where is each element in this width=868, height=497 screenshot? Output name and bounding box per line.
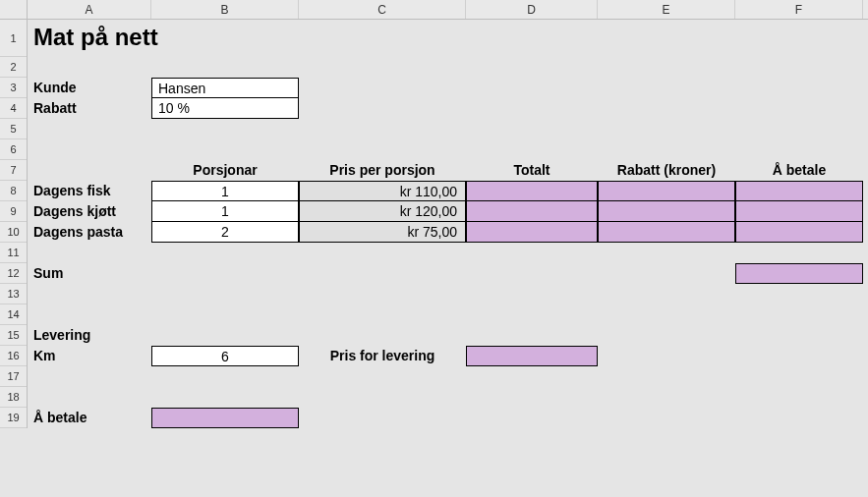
to-pay-value[interactable] <box>151 408 299 428</box>
header-portions[interactable]: Porsjonar <box>151 160 299 181</box>
row-header-15[interactable]: 15 <box>0 325 27 346</box>
customer-label[interactable]: Kunde <box>28 78 151 98</box>
item-0-portions[interactable]: 1 <box>151 181 299 201</box>
item-0-discount[interactable] <box>598 181 735 201</box>
item-2-total[interactable] <box>466 222 598 243</box>
col-header-a[interactable]: A <box>28 0 151 19</box>
item-1-name[interactable]: Dagens kjøtt <box>28 201 151 222</box>
row-header-2[interactable]: 2 <box>0 57 27 78</box>
row-header-14[interactable]: 14 <box>0 304 27 325</box>
header-price-per[interactable]: Pris per porsjon <box>299 160 466 181</box>
row-header-19[interactable]: 19 <box>0 408 27 428</box>
row-header-13[interactable]: 13 <box>0 284 27 304</box>
col-header-e[interactable]: E <box>598 0 735 19</box>
customer-value[interactable]: Hansen <box>151 78 299 98</box>
col-header-d[interactable]: D <box>466 0 598 19</box>
col-header-b[interactable]: B <box>151 0 299 19</box>
item-1-total[interactable] <box>466 201 598 222</box>
row-headers: 1 2 3 4 5 6 7 8 9 10 11 12 13 14 15 16 1… <box>0 20 28 428</box>
km-label[interactable]: Km <box>28 346 151 366</box>
to-pay-label[interactable]: Å betale <box>28 408 151 428</box>
item-1-discount[interactable] <box>598 201 735 222</box>
row-header-16[interactable]: 16 <box>0 346 27 366</box>
discount-value[interactable]: 10 % <box>151 98 299 119</box>
sum-value[interactable] <box>735 263 863 284</box>
row-header-6[interactable]: 6 <box>0 139 27 160</box>
row-header-12[interactable]: 12 <box>0 263 27 284</box>
item-0-price[interactable]: kr 110,00 <box>299 181 466 201</box>
row-header-17[interactable]: 17 <box>0 366 27 387</box>
item-0-total[interactable] <box>466 181 598 201</box>
item-2-portions[interactable]: 2 <box>151 222 299 243</box>
row-header-1[interactable]: 1 <box>0 20 27 57</box>
col-header-c[interactable]: C <box>299 0 466 19</box>
row-header-10[interactable]: 10 <box>0 222 27 243</box>
row-header-5[interactable]: 5 <box>0 119 27 139</box>
select-all-corner[interactable] <box>0 0 28 20</box>
item-2-discount[interactable] <box>598 222 735 243</box>
km-value[interactable]: 6 <box>151 346 299 366</box>
header-total[interactable]: Totalt <box>466 160 598 181</box>
item-0-name[interactable]: Dagens fisk <box>28 181 151 201</box>
row-header-4[interactable]: 4 <box>0 98 27 119</box>
item-1-price[interactable]: kr 120,00 <box>299 201 466 222</box>
header-to-pay[interactable]: Å betale <box>735 160 863 181</box>
sum-label[interactable]: Sum <box>28 263 151 284</box>
grid-area: Mat på nett Kunde Hansen Rabatt 10 % Por… <box>28 20 863 428</box>
delivery-price-label[interactable]: Pris for levering <box>299 346 466 366</box>
item-1-portions[interactable]: 1 <box>151 201 299 222</box>
row-header-3[interactable]: 3 <box>0 78 27 98</box>
item-2-price[interactable]: kr 75,00 <box>299 222 466 243</box>
row-header-11[interactable]: 11 <box>0 243 27 263</box>
row-header-7[interactable]: 7 <box>0 160 27 181</box>
delivery-price-value[interactable] <box>466 346 598 366</box>
col-header-f[interactable]: F <box>735 0 863 19</box>
spreadsheet: A B C D E F 1 2 3 4 5 6 7 8 9 10 11 12 1… <box>0 0 868 497</box>
item-1-topay[interactable] <box>735 201 863 222</box>
discount-label[interactable]: Rabatt <box>28 98 151 119</box>
row-header-8[interactable]: 8 <box>0 181 27 201</box>
column-headers: A B C D E F <box>28 0 868 20</box>
item-2-name[interactable]: Dagens pasta <box>28 222 151 243</box>
header-discount-kr[interactable]: Rabatt (kroner) <box>598 160 735 181</box>
item-0-topay[interactable] <box>735 181 863 201</box>
row-header-9[interactable]: 9 <box>0 201 27 222</box>
delivery-label[interactable]: Levering <box>28 325 151 346</box>
page-title[interactable]: Mat på nett <box>28 20 466 57</box>
item-2-topay[interactable] <box>735 222 863 243</box>
cell-a7[interactable] <box>28 160 151 181</box>
row-header-18[interactable]: 18 <box>0 387 27 408</box>
